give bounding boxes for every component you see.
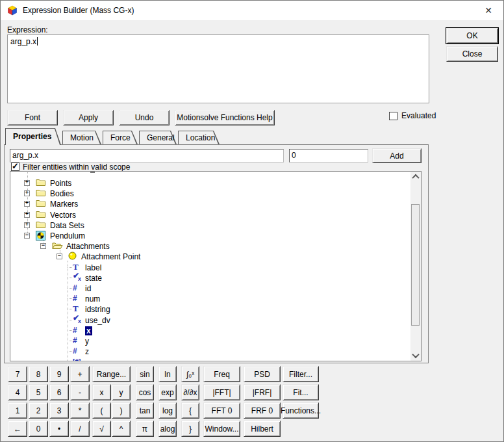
- close-button[interactable]: Close: [446, 46, 498, 62]
- expander-minus-icon[interactable]: −: [24, 233, 30, 239]
- keypad-freq-button[interactable]: Freq: [203, 366, 240, 382]
- keypad-num-4-button[interactable]: 4: [8, 384, 27, 400]
- keypad-backspace-button[interactable]: ←: [8, 421, 27, 437]
- keypad-alog-button[interactable]: alog: [158, 421, 177, 437]
- tab-motion[interactable]: Motion: [62, 131, 101, 144]
- keypad-frf-abs-button[interactable]: |FRF|: [244, 384, 281, 400]
- keypad-brace-open-button[interactable]: {: [181, 402, 199, 419]
- keypad-num-8-button[interactable]: 8: [29, 366, 48, 382]
- undo-button[interactable]: Undo: [119, 110, 170, 125]
- tree-connector-line: [68, 298, 72, 299]
- tab-force[interactable]: Force: [103, 131, 138, 144]
- tab-general[interactable]: General: [139, 131, 177, 144]
- tree-item-use_dv[interactable]: ✔xuse_dv: [10, 315, 410, 326]
- keypad-integral-button[interactable]: ∫₀ˣ: [181, 366, 199, 382]
- keypad-power-button[interactable]: ^: [112, 421, 131, 437]
- expander-plus-icon[interactable]: +: [24, 222, 30, 228]
- keypad-partial-derivative-button[interactable]: ∂/∂x: [181, 384, 199, 400]
- tree-scrollbar[interactable]: [410, 172, 421, 361]
- keypad-num-1-button[interactable]: 1: [8, 402, 27, 419]
- expander-plus-icon[interactable]: +: [24, 180, 30, 186]
- expander-plus-icon[interactable]: +: [24, 190, 30, 196]
- scroll-up-icon[interactable]: [410, 172, 421, 182]
- keypad-var-y-button[interactable]: y: [112, 384, 131, 400]
- apply-button[interactable]: Apply: [63, 110, 114, 125]
- tree-item-z[interactable]: #z: [10, 346, 410, 357]
- keypad-sin-button[interactable]: sin: [136, 366, 154, 382]
- tree-item-markers[interactable]: +Markers: [10, 199, 410, 209]
- keypad-fft-0-button[interactable]: FFT 0: [203, 402, 240, 419]
- keypad-ln-button[interactable]: ln: [158, 366, 177, 382]
- expander-plus-icon[interactable]: +: [24, 201, 30, 207]
- keypad-window-button[interactable]: Window...: [203, 421, 240, 437]
- scrollbar-thumb[interactable]: [411, 204, 420, 326]
- tree-item-bodies[interactable]: +Bodies: [10, 188, 410, 199]
- keypad-tan-button[interactable]: tan: [136, 402, 154, 419]
- keypad-fit-button[interactable]: Fit...: [283, 384, 319, 400]
- add-button[interactable]: Add: [372, 148, 422, 163]
- keypad-num-2-button[interactable]: 2: [29, 402, 48, 419]
- tree-item-attachment-point[interactable]: −Attachment Point: [10, 252, 410, 262]
- keypad-num-3-button[interactable]: 3: [49, 402, 69, 419]
- keypad-num-0-button[interactable]: 0: [29, 421, 48, 437]
- keypad-num-9-button[interactable]: 9: [49, 366, 69, 382]
- entity-name-input[interactable]: arg_p.x: [10, 149, 284, 162]
- keypad-cos-button[interactable]: cos: [136, 384, 154, 400]
- keypad-fft-abs-button[interactable]: |FFT|: [203, 384, 240, 400]
- close-window-icon[interactable]: ✕: [473, 1, 503, 20]
- tree-item-y[interactable]: #y: [10, 336, 410, 346]
- tree-item-attachments[interactable]: −Attachments: [10, 241, 410, 252]
- keypad-minus-button[interactable]: -: [70, 384, 90, 400]
- expander-plus-icon[interactable]: +: [24, 212, 30, 218]
- tree-item-clipped[interactable]: [#]: [10, 357, 410, 361]
- point-icon: [68, 252, 77, 262]
- keypad-plus-button[interactable]: +: [70, 366, 90, 382]
- keypad-num-6-button[interactable]: 6: [49, 384, 69, 400]
- filter-scope-checkbox[interactable]: [11, 162, 19, 171]
- tree-item-data-sets[interactable]: +Data Sets: [10, 220, 410, 231]
- tree-item-state[interactable]: ✔xstate: [10, 273, 410, 283]
- tree-item-vectors[interactable]: +Vectors: [10, 210, 410, 220]
- number-icon: #: [73, 326, 77, 335]
- keypad-num-5-button[interactable]: 5: [29, 384, 48, 400]
- default-value-input[interactable]: 0: [289, 149, 368, 162]
- tree-item-label: label: [85, 263, 101, 272]
- expander-minus-icon[interactable]: −: [57, 254, 62, 259]
- tree-item-points[interactable]: +Points: [10, 178, 410, 188]
- keypad-psd-button[interactable]: PSD: [244, 366, 281, 382]
- keypad-num-7-button[interactable]: 7: [8, 366, 27, 382]
- keypad-divide-button[interactable]: /: [70, 421, 90, 437]
- tab-properties[interactable]: Properties: [5, 128, 61, 145]
- tree-item-pendulum[interactable]: −Pendulum: [10, 231, 410, 241]
- expression-input[interactable]: arg_p.x: [7, 34, 429, 103]
- keypad-range-button[interactable]: Range...: [92, 366, 131, 382]
- keypad-multiply-button[interactable]: *: [70, 402, 90, 419]
- font-button[interactable]: Font: [7, 110, 58, 125]
- tree-item-label[interactable]: Tlabel: [10, 263, 410, 273]
- tree-item-idstring[interactable]: Tidstring: [10, 304, 410, 315]
- expander-minus-icon[interactable]: −: [40, 243, 46, 249]
- keypad-paren-open-button[interactable]: (: [92, 402, 111, 419]
- tree-item-id[interactable]: #id: [10, 283, 410, 294]
- keypad-frf-0-button[interactable]: FRF 0: [244, 402, 281, 419]
- scroll-down-icon[interactable]: [410, 350, 421, 361]
- tree-item-num[interactable]: #num: [10, 294, 410, 304]
- keypad-exp-button[interactable]: exp: [158, 384, 177, 400]
- keypad-pi-button[interactable]: π: [136, 421, 154, 437]
- motionsolve-help-button[interactable]: Motionsolve Functions Help: [175, 110, 275, 125]
- keypad-paren-close-button[interactable]: ): [112, 402, 131, 419]
- keypad-brace-close-button[interactable]: }: [181, 421, 199, 437]
- keypad-log-button[interactable]: log: [158, 402, 177, 419]
- ok-button[interactable]: OK: [446, 28, 498, 44]
- keypad-var-x-button[interactable]: x: [92, 384, 111, 400]
- keypad-decimal-point-button[interactable]: •: [49, 421, 69, 437]
- evaluated-label: Evaluated: [401, 111, 436, 120]
- tab-location[interactable]: Location: [178, 131, 220, 144]
- keypad-hilbert-button[interactable]: Hilbert: [244, 421, 281, 437]
- keypad-filter-button[interactable]: Filter...: [283, 366, 319, 382]
- tree-item-x[interactable]: #x: [10, 326, 410, 336]
- keypad-functions-button[interactable]: Functions...: [283, 402, 319, 419]
- tree-connector-line: [68, 330, 72, 331]
- keypad-sqrt-button[interactable]: √: [92, 421, 111, 437]
- evaluated-checkbox[interactable]: [389, 112, 397, 120]
